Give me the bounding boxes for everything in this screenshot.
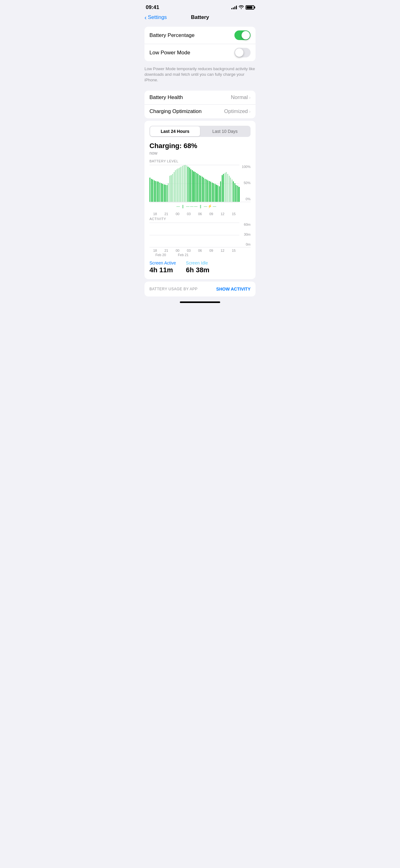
ax-label-12: 12: [217, 249, 228, 252]
screen-active-label: Screen Active: [149, 260, 176, 266]
low-power-mode-toggle[interactable]: [234, 48, 251, 57]
ax-label-03: 03: [183, 249, 194, 252]
battery-health-chevron-icon: ›: [249, 95, 251, 100]
screen-stats: Screen Active 4h 11m Screen Idle 6h 38m: [149, 260, 251, 274]
battery-y-100: 100%: [242, 165, 251, 168]
charging-info: Charging: 68% now: [149, 142, 251, 156]
back-chevron-icon: ‹: [144, 14, 147, 21]
battery-level-chart: [149, 165, 251, 202]
charging-time: now: [149, 151, 251, 156]
battery-level-label: BATTERY LEVEL: [149, 159, 251, 163]
status-bar: 09:41: [139, 0, 261, 13]
time-segment-control[interactable]: Last 24 Hours Last 10 Days: [149, 126, 251, 137]
bx-label-06: 06: [194, 212, 206, 216]
signal-icon: [231, 6, 237, 9]
activity-chart-container: 60m 30m 0m: [149, 223, 251, 247]
show-activity-button[interactable]: SHOW ACTIVITY: [216, 286, 251, 291]
screen-idle-stat: Screen Idle 6h 38m: [186, 260, 210, 274]
activity-y-0: 0m: [246, 243, 251, 246]
activity-chart: [149, 223, 251, 247]
status-icons: [231, 5, 254, 10]
battery-y-50: 50%: [244, 181, 251, 185]
bx-label-12: 12: [217, 212, 228, 216]
battery-health-label: Battery Health: [149, 94, 183, 101]
charging-optimization-value: Optimized: [224, 108, 248, 115]
battery-percentage-label: Battery Percentage: [149, 32, 195, 38]
bx-label-09: 09: [206, 212, 217, 216]
activity-y-30: 30m: [244, 232, 251, 236]
home-bar: [180, 302, 220, 303]
ax-label-18: 18: [149, 249, 161, 252]
ax-label-06: 06: [194, 249, 206, 252]
activity-x-labels: 18 21 00 03 06 09 12 15: [149, 249, 251, 252]
bx-label-03: 03: [183, 212, 194, 216]
charging-optimization-label: Charging Optimization: [149, 108, 202, 115]
date-feb21: Feb 21: [172, 253, 195, 257]
date-feb20: Feb 20: [149, 253, 172, 257]
bx-label-18: 18: [149, 212, 161, 216]
wifi-icon: [239, 5, 244, 10]
battery-y-0: 0%: [245, 197, 251, 201]
activity-chart-label: ACTIVITY: [149, 217, 251, 221]
screen-idle-value: 6h 38m: [186, 266, 210, 274]
battery-status-icon: [245, 5, 254, 10]
low-power-description: Low Power Mode temporarily reduces backg…: [139, 64, 261, 88]
home-indicator: [139, 299, 261, 308]
ax-label-09: 09: [206, 249, 217, 252]
low-power-mode-label: Low Power Mode: [149, 50, 190, 56]
date-labels-row: Feb 20 Feb 21: [149, 253, 251, 257]
activity-y-labels: 60m 30m 0m: [244, 223, 251, 247]
charging-optimization-chevron-icon: ›: [249, 109, 251, 114]
battery-usage-by-app-label: BATTERY USAGE BY APP: [149, 287, 198, 291]
page-title: Battery: [191, 14, 209, 21]
activity-y-60: 60m: [244, 223, 251, 226]
battery-y-labels: 100% 50% 0%: [242, 165, 251, 202]
ax-label-15: 15: [228, 249, 239, 252]
ax-label-00: 00: [172, 249, 183, 252]
bx-label-00: 00: [172, 212, 183, 216]
bottom-row: BATTERY USAGE BY APP SHOW ACTIVITY: [149, 286, 251, 291]
screen-idle-label: Screen Idle: [186, 260, 210, 266]
battery-percentage-toggle[interactable]: [234, 30, 251, 40]
back-button[interactable]: ‹ Settings: [144, 14, 167, 21]
battery-health-row[interactable]: Battery Health Normal ›: [144, 91, 256, 104]
battery-chart-container: 100% 50% 0%: [149, 165, 251, 202]
charging-label: Charging: 68%: [149, 142, 251, 150]
battery-health-value-group: Normal ›: [231, 94, 251, 101]
screen-active-stat: Screen Active 4h 11m: [149, 260, 176, 274]
last-24-hours-tab[interactable]: Last 24 Hours: [150, 126, 200, 136]
battery-usage-section: Last 24 Hours Last 10 Days Charging: 68%…: [144, 121, 256, 279]
battery-percentage-row: Battery Percentage: [144, 27, 256, 44]
bx-label-21: 21: [161, 212, 172, 216]
charging-indicators-row: — ‖ ——— ‖ —⚡—: [149, 203, 251, 210]
nav-bar: ‹ Settings Battery: [139, 13, 261, 24]
bx-label-15: 15: [228, 212, 239, 216]
charging-optimization-row[interactable]: Charging Optimization Optimized ›: [144, 104, 256, 118]
ax-label-21: 21: [161, 249, 172, 252]
battery-health-value: Normal: [231, 94, 248, 101]
health-settings-card: Battery Health Normal › Charging Optimiz…: [144, 91, 256, 118]
battery-x-labels: 18 21 00 03 06 09 12 15: [149, 212, 251, 216]
low-power-mode-row: Low Power Mode: [144, 44, 256, 61]
status-time: 09:41: [146, 4, 159, 10]
screen-active-value: 4h 11m: [149, 266, 176, 274]
toggle-settings-card: Battery Percentage Low Power Mode: [144, 27, 256, 61]
last-10-days-tab[interactable]: Last 10 Days: [200, 126, 250, 136]
back-label: Settings: [148, 14, 167, 21]
bottom-section: BATTERY USAGE BY APP SHOW ACTIVITY: [144, 282, 256, 297]
charging-optimization-value-group: Optimized ›: [224, 108, 251, 115]
